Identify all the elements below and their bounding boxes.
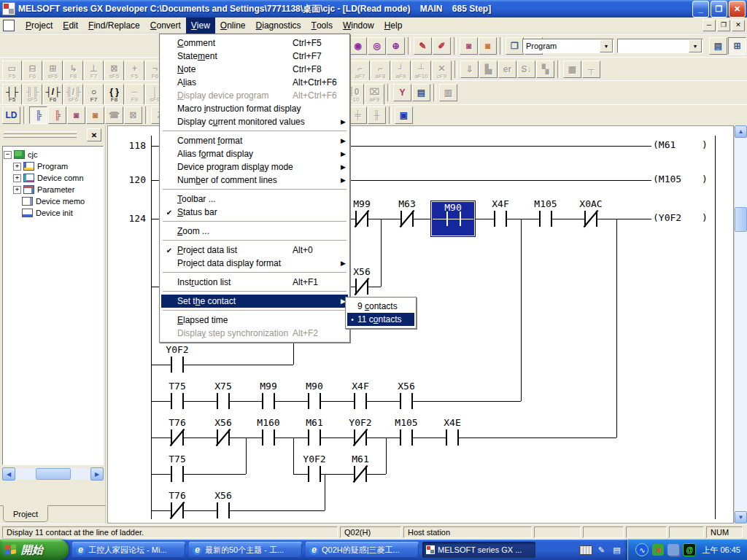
wire-branch-icon[interactable]: Y [393, 84, 411, 101]
transfer-setup-icon[interactable]: ☎ [105, 106, 123, 124]
sfc-end-step-icon[interactable]: ⊥F7 [84, 61, 104, 82]
menu-tools[interactable]: Tools [306, 18, 338, 34]
rule-af7-icon[interactable]: ⌐aF7 [350, 61, 370, 82]
sfc-block-icon[interactable]: ⊠sF5 [104, 61, 124, 82]
open-contact-icon[interactable]: ┤├F5 [2, 84, 22, 106]
scroll-right-icon[interactable]: ▶ [90, 467, 104, 481]
block-list-icon[interactable]: ▙ [479, 61, 498, 78]
mdi-restore-icon[interactable]: ❐ [717, 20, 730, 31]
tile-windows-icon[interactable]: ❐ [506, 37, 524, 55]
menu-help[interactable]: Help [379, 18, 408, 34]
expand-icon[interactable]: + [13, 174, 21, 182]
menu-item-display-step-synchronization[interactable]: Display step synchronizationAlt+F2 [161, 327, 348, 340]
ladder-mode-icon[interactable]: LD [2, 106, 20, 124]
menu-item-elapsed-time[interactable]: Elapsed time [161, 314, 348, 327]
menu-item-note[interactable]: NoteCtrl+F8 [161, 63, 348, 76]
mdi-minimize-icon[interactable]: ─ [703, 20, 716, 31]
sfc-series-icon[interactable]: ⊟F6 [23, 61, 42, 82]
menu-project[interactable]: Project [20, 18, 58, 34]
menu-item-comment[interactable]: CommentCtrl+F5 [161, 36, 348, 50]
menu-item-instruction-list[interactable]: Instruction listAlt+F1 [161, 276, 348, 289]
delete-row-icon[interactable]: ╫ [368, 106, 386, 124]
scroll-thumb[interactable] [36, 468, 71, 480]
menu-item-macro-instruction-format-display[interactable]: Macro instruction format display [161, 102, 348, 115]
step-transfer-icon[interactable]: ⇓ [460, 61, 479, 78]
project-data-list-icon[interactable]: ╠ [29, 106, 47, 124]
minimize-button[interactable]: _ [692, 1, 709, 18]
task-button-melsoft-series-gx[interactable]: MELSOFT series GX ... [422, 542, 535, 558]
task-button-mi[interactable]: e工控人家园论坛 - Mi... [72, 542, 185, 558]
menu-convert[interactable]: Convert [145, 18, 186, 34]
find-device-2-icon[interactable]: ◙ [67, 106, 85, 124]
tree-item-device-init[interactable]: Device init [4, 207, 102, 219]
network-error-icon[interactable]: ✕ [652, 544, 664, 556]
monitor-window-icon[interactable]: ▣ [395, 106, 413, 124]
menu-item-alias[interactable]: AliasAlt+Ctrl+F6 [161, 76, 348, 89]
horizontal-line-icon[interactable]: ─F9 [125, 84, 144, 106]
close-panel-icon[interactable]: ✕ [87, 128, 101, 141]
device-block-icon[interactable]: ▥ [439, 84, 457, 101]
application-instruction-icon[interactable]: { }F8 [104, 84, 124, 106]
scroll-thumb[interactable] [735, 207, 747, 232]
menu-item-display-current-monitored-values[interactable]: Display current monitored values▶ [161, 115, 348, 128]
task-button-q02h[interactable]: eQ02H的疑惑|三菱工... [306, 542, 419, 558]
writing-pad-icon[interactable]: ▤ [610, 544, 623, 556]
scroll-left-icon[interactable]: ◀ [2, 467, 15, 481]
find-step-icon[interactable]: ◉ [349, 37, 367, 55]
menu-item-display-device-program[interactable]: Display device programAlt+Ctrl+F6 [161, 89, 348, 102]
transfer-cancel-icon[interactable]: ⊠ [124, 106, 142, 124]
mdi-close-icon[interactable]: ✕ [732, 20, 745, 31]
menu-item-set-the-contact[interactable]: Set the contact▶ [161, 295, 348, 308]
sfc-parallel-icon[interactable]: ⊞sF6 [43, 61, 63, 82]
new-view-icon[interactable]: ▤ [709, 37, 727, 55]
zoom-source-icon[interactable]: ◙ [460, 37, 478, 55]
tab-project[interactable]: Project [3, 505, 48, 522]
volume-wave-icon[interactable]: ∿ [635, 543, 649, 556]
menu-window[interactable]: Window [338, 18, 379, 34]
editor-vertical-scrollbar[interactable]: ▲ ▼ [734, 125, 747, 524]
menu-item-zoom[interactable]: Zoom ... [161, 225, 348, 238]
panel-grip[interactable] [4, 131, 77, 134]
menu-item-11-contacts[interactable]: •11 contacts [347, 313, 414, 326]
menu-online[interactable]: Online [215, 18, 251, 34]
keyboard-icon[interactable] [579, 544, 592, 556]
tree-item-program[interactable]: +Program [4, 160, 102, 172]
tree-horizontal-scrollbar[interactable]: ◀ ▶ [2, 468, 104, 480]
pair-delete-icon[interactable]: ⌧aF9 [365, 84, 384, 106]
program-type-combo[interactable]: Program ▼ [522, 39, 614, 53]
menu-item-9-contacts[interactable]: 9 contacts [347, 300, 414, 313]
device-combo[interactable]: ▼ [617, 39, 703, 53]
scroll-up-icon[interactable]: ▲ [735, 125, 747, 138]
collapse-icon[interactable]: − [4, 151, 12, 159]
rule-af10-icon[interactable]: ┴aF10 [411, 61, 431, 82]
dual-monitor-icon[interactable] [667, 544, 679, 556]
task-button-50[interactable]: e最新的50个主题 - 工... [189, 542, 302, 558]
sort-tree-icon[interactable]: ┬ [582, 61, 600, 78]
menu-item-status-bar[interactable]: ✔Status bar [161, 206, 348, 219]
data-edit-icon[interactable]: ▤ [412, 84, 430, 101]
menu-item-number-of-comment-lines[interactable]: Number of comment lines▶ [161, 174, 348, 187]
mdi-document-icon[interactable] [3, 20, 15, 31]
menu-item-project-data-display-format[interactable]: Project data display format▶ [161, 257, 348, 270]
menu-edit[interactable]: Edit [58, 18, 83, 34]
find-replace-icon[interactable]: ◙ [86, 106, 104, 124]
block-error-icon[interactable]: er [498, 61, 516, 78]
close-button[interactable]: ✕ [729, 1, 746, 18]
scroll-down-icon[interactable]: ▼ [735, 511, 747, 524]
insert-row-icon[interactable]: ╪ [349, 106, 367, 124]
panel-grip[interactable] [4, 135, 77, 138]
menu-find-replace[interactable]: Find/Replace [83, 18, 145, 34]
menu-diagnostics[interactable]: Diagnostics [251, 18, 306, 34]
project-edit-icon[interactable]: ╠ [48, 106, 66, 124]
sfc-jump-icon[interactable]: ↳F8 [63, 61, 83, 82]
monitor-write-icon[interactable]: ✐ [433, 37, 451, 55]
expand-icon[interactable]: + [13, 186, 21, 194]
tree-item-parameter[interactable]: +Parameter [4, 184, 102, 195]
chevron-down-icon[interactable]: ▼ [689, 39, 702, 52]
maximize-button[interactable]: ❐ [711, 1, 727, 18]
block-parameter-icon[interactable]: ▚ [536, 61, 554, 78]
terminal-icon[interactable]: @ [683, 543, 696, 556]
write-mode-icon[interactable]: ✎ [414, 37, 432, 55]
tree-item-device-comn[interactable]: +Device comn [4, 172, 102, 184]
tree-item-device-memo[interactable]: Device memo [4, 195, 102, 207]
